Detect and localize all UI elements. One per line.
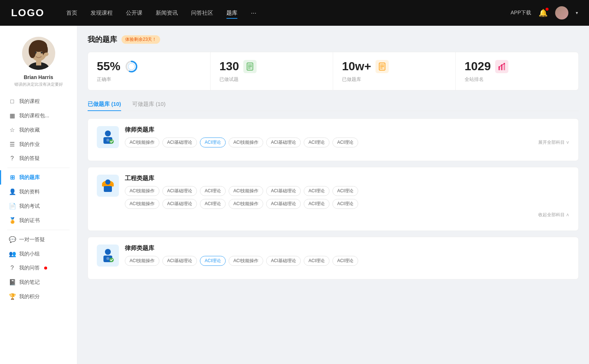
my-group-label: 我的小组: [19, 251, 40, 257]
app-download-button[interactable]: APP下载: [511, 10, 531, 16]
my-courses-icon: □: [9, 98, 15, 105]
svg-rect-24: [501, 65, 502, 70]
sidebar-item-my-notes[interactable]: 📓 我的笔记: [0, 275, 77, 289]
sidebar-avatar: [22, 37, 55, 70]
sidebar-item-my-questions[interactable]: ? 我的问答: [0, 261, 77, 275]
nav-news[interactable]: 新闻资讯: [156, 10, 178, 17]
user-avatar[interactable]: [555, 6, 568, 19]
qbank-2-r1-tag-2[interactable]: ACI理论: [200, 186, 226, 196]
qbank-1-tag-2[interactable]: ACI理论: [200, 138, 226, 147]
qbank-1-tag-3[interactable]: ACI技能操作: [229, 138, 263, 147]
sidebar-item-one-on-one[interactable]: 💬 一对一答疑: [0, 232, 77, 247]
nav-more[interactable]: ···: [251, 9, 256, 17]
main-content: 我的题库 体验剩余23天！ 55% 正确率 130: [77, 26, 589, 364]
stat-done-questions-top: 130: [219, 60, 324, 73]
qbank-2-r2-tag-6[interactable]: ACI理论: [332, 199, 358, 209]
stat-accuracy-value: 55%: [97, 60, 120, 73]
qbank-2-r1-tag-0[interactable]: ACI技能操作: [125, 186, 159, 196]
sidebar-item-my-exams[interactable]: 📄 我的考试: [0, 199, 77, 213]
qbank-3-tag-4[interactable]: ACI基础理论: [266, 256, 301, 266]
qbank-2-r2-tag-4[interactable]: ACI基础理论: [266, 199, 301, 209]
qbank-2-r2-tag-1[interactable]: ACI基础理论: [162, 199, 197, 209]
qbank-2-r1-tag-4[interactable]: ACI基础理论: [266, 186, 301, 196]
qbank-1-tag-4[interactable]: ACI基础理论: [266, 138, 301, 147]
tab-done[interactable]: 已做题库 (10): [88, 98, 121, 111]
engineer-svg: [99, 177, 117, 195]
sidebar-item-my-points[interactable]: 🏆 我的积分: [0, 289, 77, 304]
sidebar-item-favorites[interactable]: ☆ 我的收藏: [0, 123, 77, 137]
qbank-2-r1-tag-6[interactable]: ACI理论: [332, 186, 358, 196]
nav-qbank[interactable]: 题库: [226, 10, 237, 17]
sidebar-item-qa[interactable]: ? 我的答疑: [0, 151, 77, 165]
nav-home[interactable]: 首页: [66, 10, 77, 17]
qbank-3-tag-2[interactable]: ACI理论: [200, 256, 226, 266]
qbank-1-tags-wrap: 律师类题库 ACI技能操作 ACI基础理论 ACI理论 ACI技能操作 ACI基…: [125, 126, 569, 147]
stat-accuracy: 55% 正确率: [88, 52, 211, 90]
nav-links: 首页 发现课程 公开课 新闻资讯 问答社区 题库 ···: [66, 9, 511, 17]
nav-qa[interactable]: 问答社区: [191, 10, 213, 17]
qbank-3-tag-3[interactable]: ACI技能操作: [229, 256, 263, 266]
green-doc-icon: [246, 63, 254, 71]
qbank-3-tag-0[interactable]: ACI技能操作: [125, 256, 159, 266]
bell-badge: [546, 8, 549, 11]
my-questions-icon: ?: [9, 265, 15, 271]
questions-badge: [44, 267, 47, 270]
nav-public[interactable]: 公开课: [126, 10, 142, 17]
my-points-icon: 🏆: [9, 293, 15, 300]
qbank-1-tag-0[interactable]: ACI技能操作: [125, 138, 159, 147]
my-profile-label: 我的资料: [19, 189, 40, 195]
lawyer-svg-1: [99, 128, 117, 146]
qbank-2-r2-tag-2[interactable]: ACI理论: [200, 199, 226, 209]
svg-point-7: [35, 52, 36, 54]
sidebar-item-course-packages[interactable]: ▦ 我的课程包...: [0, 108, 77, 123]
nav-discover[interactable]: 发现课程: [91, 10, 113, 17]
avatar-chevron-icon[interactable]: ▾: [576, 10, 578, 15]
my-group-icon: 👥: [9, 250, 15, 257]
qbank-2-r2-tag-3[interactable]: ACI技能操作: [229, 199, 263, 209]
avatar-image: [555, 6, 568, 19]
qbank-card-3-header: 律师类题库 ACI技能操作 ACI基础理论 ACI理论 ACI技能操作 ACI基…: [97, 245, 569, 267]
tabs-row: 已做题库 (10) 可做题库 (10): [88, 98, 579, 111]
qbank-1-tag-5[interactable]: ACI理论: [304, 138, 329, 147]
sidebar-menu: □ 我的课程 ▦ 我的课程包... ☆ 我的收藏 ☰ 我的作业 ? 我的答疑 ⊞: [0, 94, 77, 304]
qbank-2-r1-tag-3[interactable]: ACI技能操作: [229, 186, 263, 196]
favorites-label: 我的收藏: [19, 127, 40, 133]
qbank-3-tag-6[interactable]: ACI理论: [332, 256, 358, 266]
qbank-3-tag-1[interactable]: ACI基础理论: [162, 256, 197, 266]
svg-point-28: [504, 63, 505, 64]
my-exams-icon: 📄: [9, 203, 15, 210]
tab-todo[interactable]: 可做题库 (10): [132, 98, 166, 111]
sidebar-item-certificates[interactable]: 🏅 我的证书: [0, 213, 77, 228]
qbank-2-r1-tag-5[interactable]: ACI理论: [304, 186, 329, 196]
qbank-2-collapse[interactable]: 收起全部科目 ∧: [125, 212, 569, 218]
my-qbank-icon: ⊞: [9, 174, 15, 181]
qbank-1-tag-6[interactable]: ACI理论: [332, 138, 358, 147]
sidebar-item-homework[interactable]: ☰ 我的作业: [0, 137, 77, 151]
stat-accuracy-label: 正确率: [97, 76, 201, 83]
sidebar-item-my-qbank[interactable]: ⊞ 我的题库: [0, 170, 77, 185]
qbank-3-icon: [97, 245, 119, 267]
notification-bell[interactable]: 🔔: [539, 8, 548, 17]
svg-point-5: [29, 43, 36, 58]
logo[interactable]: LOGO: [11, 7, 44, 19]
sidebar-divider-2: [7, 230, 70, 230]
sidebar-item-my-courses[interactable]: □ 我的课程: [0, 94, 77, 108]
svg-point-12: [128, 63, 135, 70]
qbank-1-tag-1[interactable]: ACI基础理论: [162, 138, 197, 147]
qbank-3-tag-5[interactable]: ACI理论: [304, 256, 329, 266]
lawyer-svg-2: [99, 247, 117, 264]
svg-point-29: [105, 131, 111, 136]
stat-done-questions-value: 130: [219, 60, 239, 73]
sidebar-item-my-group[interactable]: 👥 我的小组: [0, 247, 77, 261]
stat-done-questions-label: 已做试题: [219, 76, 324, 83]
stat-done-banks-value: 10w+: [342, 60, 371, 73]
stat-done-banks: 10w+ 已做题库: [333, 52, 456, 90]
qbank-2-r2-tag-0[interactable]: ACI技能操作: [125, 199, 159, 209]
qbank-2-r1-tag-1[interactable]: ACI基础理论: [162, 186, 197, 196]
sidebar-item-my-profile[interactable]: 👤 我的资料: [0, 185, 77, 199]
accuracy-donut-chart: [125, 60, 138, 73]
orange-doc-icon: [378, 63, 386, 71]
qbank-2-r2-tag-5[interactable]: ACI理论: [304, 199, 329, 209]
certificates-label: 我的证书: [19, 217, 40, 224]
qbank-1-expand[interactable]: 展开全部科目 ∨: [538, 139, 569, 146]
